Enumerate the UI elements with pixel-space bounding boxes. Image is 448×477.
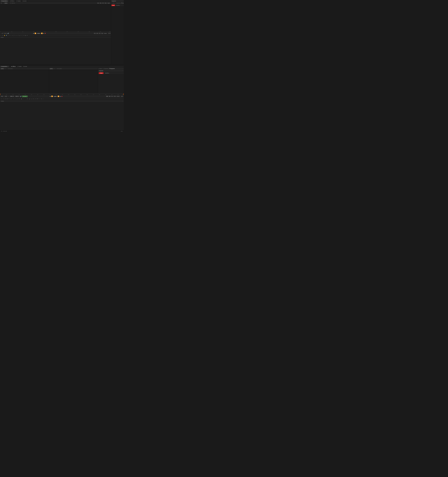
prev-frame-btn[interactable]: ⏮ bbox=[33, 33, 34, 34]
stop-btn[interactable]: ■ bbox=[38, 33, 38, 34]
next-btn[interactable]: ▸ bbox=[40, 33, 41, 34]
bottom-forward-btn[interactable]: ⏩ bbox=[58, 95, 59, 97]
console-top-tab[interactable]: Console bbox=[22, 0, 27, 2]
viewer-tool-5[interactable]: ··· bbox=[15, 2, 16, 4]
node-tool-paint[interactable]: 🖌 bbox=[19, 35, 21, 36]
forward-btn[interactable]: ⏩ bbox=[41, 33, 43, 34]
bl-tool-2[interactable]: ↔ bbox=[6, 68, 7, 69]
bt-grid[interactable]: ⊞ bbox=[6, 98, 8, 100]
bottom-frame-start[interactable]: 0.0 bbox=[1, 96, 4, 97]
bottom-some-btn[interactable]: Some bbox=[116, 96, 120, 97]
viewer-zoom-in-btn[interactable]: + bbox=[2, 2, 4, 4]
bt-fit[interactable]: ⊡ bbox=[5, 98, 6, 100]
bl-tool-1[interactable]: ⊡ bbox=[5, 68, 6, 69]
bt-clone[interactable]: ⊕ bbox=[32, 98, 34, 100]
bt-paint[interactable]: 🖌 bbox=[29, 98, 30, 100]
top-hq-badge[interactable]: HQ bbox=[94, 33, 96, 34]
bt-text[interactable]: T bbox=[8, 98, 10, 100]
oxy-btn[interactable]: Oxy bbox=[105, 2, 107, 4]
keyframes-nav-btn[interactable]: ◇ Keyframes bbox=[103, 68, 108, 69]
spline-tab[interactable]: ∿ Spline bbox=[111, 3, 115, 4]
bottom-arrow-right[interactable]: ▸ bbox=[9, 96, 9, 97]
keyframes-tab[interactable]: ◇ Keyframes bbox=[115, 3, 121, 4]
modifiers-sub-tab[interactable]: Modifiers bbox=[115, 5, 121, 6]
bt-extra[interactable]: ⋯ bbox=[43, 98, 44, 100]
node-tool-mask[interactable]: ◉ bbox=[25, 35, 26, 36]
effects-top-tab[interactable]: ★ Effects bbox=[9, 0, 15, 2]
node-tool-rotate[interactable]: ↻ bbox=[9, 35, 10, 36]
node-tool-shear[interactable]: ⊿ bbox=[12, 35, 13, 36]
bt-transform[interactable]: ✥ bbox=[37, 98, 39, 100]
node-tool-move[interactable]: ✥ bbox=[2, 35, 3, 36]
bt-undo[interactable]: ↩ bbox=[1, 98, 2, 100]
viewer-fit-btn[interactable]: ⊡ bbox=[0, 2, 2, 4]
bt-arrow[interactable]: → bbox=[24, 98, 26, 100]
bl-more-btn[interactable]: ··· bbox=[13, 68, 14, 69]
bt-bezier[interactable]: ⊿ bbox=[16, 98, 18, 100]
tools-sub-tab[interactable]: Tools bbox=[111, 5, 115, 6]
bottom-prx-btn[interactable]: Prx bbox=[111, 96, 113, 97]
composition-tab[interactable]: Composition1 bbox=[0, 0, 9, 2]
frame-end[interactable]: 1000.0 bbox=[4, 33, 7, 34]
next-frame-btn[interactable]: ⏭ bbox=[43, 33, 44, 34]
bottom-comp-tab[interactable]: Composition1 × bbox=[0, 66, 9, 67]
bt-move[interactable]: ↔ bbox=[39, 98, 41, 100]
bt-pen[interactable]: ✏ bbox=[11, 98, 12, 100]
bt-star[interactable]: ✦ bbox=[19, 98, 20, 100]
bt-eraser[interactable]: ◻ bbox=[31, 98, 32, 100]
bottom-speaker-icon[interactable]: 🔊 bbox=[20, 96, 22, 97]
bottom-record-btn[interactable]: ⏺ bbox=[61, 96, 63, 97]
node-tool-poly[interactable]: ◇ bbox=[14, 35, 16, 36]
bottom-console-tab[interactable]: Console bbox=[23, 66, 28, 67]
render-button[interactable]: Render bbox=[22, 95, 28, 97]
node-tool-track[interactable]: ⊕ bbox=[27, 35, 28, 36]
top-prx-badge[interactable]: Prx bbox=[99, 33, 101, 34]
node-tool-crop[interactable]: ⊡ bbox=[23, 35, 25, 36]
top-mb-badge[interactable]: MB bbox=[96, 33, 98, 34]
node-tool-scale[interactable]: ⤡ bbox=[10, 35, 12, 36]
viewer-zoom-pct[interactable]: 100% bbox=[4, 2, 8, 4]
bt-poly[interactable]: ◇ bbox=[14, 98, 16, 100]
bottom-right-zoom[interactable]: 100% bbox=[49, 68, 53, 69]
bottom-left-zoom[interactable]: 100% bbox=[0, 68, 4, 69]
br-tool-4[interactable]: ◧ bbox=[58, 68, 60, 69]
bottom-stop-btn[interactable]: ■ bbox=[54, 96, 55, 97]
bottom-mb-btn[interactable]: MB bbox=[109, 96, 111, 97]
play-btn[interactable]: ▶ bbox=[39, 33, 40, 34]
bl-tool-3[interactable]: ⊞ bbox=[8, 68, 9, 69]
rewind-btn[interactable]: ⏪ bbox=[35, 33, 36, 34]
viewer-tool-3[interactable]: ◧ bbox=[12, 2, 13, 4]
bottom-play-btn[interactable]: ▶ bbox=[55, 95, 56, 97]
frame-start[interactable]: 0.0 bbox=[2, 33, 3, 34]
tools-tab-btn[interactable]: Tools bbox=[99, 72, 104, 74]
br-more-btn[interactable]: ··· bbox=[62, 68, 63, 69]
bt-spline[interactable]: ∿ bbox=[12, 98, 14, 100]
bottom-frame-start2[interactable]: 0.0 bbox=[5, 96, 7, 97]
btn-nav-prev[interactable]: ◂ bbox=[0, 33, 1, 34]
bottom-hiq-btn[interactable]: HiQ bbox=[106, 96, 108, 97]
mb-btn[interactable]: MB bbox=[99, 2, 102, 4]
inspector-more-btn[interactable]: ··· bbox=[122, 68, 123, 69]
br-tool-2[interactable]: ↔ bbox=[55, 68, 57, 69]
prev-btn[interactable]: ◂ bbox=[36, 33, 37, 34]
node-tool-select[interactable]: ↖ bbox=[0, 35, 2, 36]
node-tool-text[interactable]: T bbox=[21, 35, 22, 36]
viewer-tool-4[interactable]: ▣ bbox=[13, 2, 15, 4]
bottom-effects-tab[interactable]: ★ Effects bbox=[10, 66, 16, 67]
bl-tool-5[interactable]: ▣ bbox=[11, 68, 13, 69]
inspector-tab-top[interactable]: ☰ Inspector bbox=[121, 3, 124, 4]
node-tool-bezier[interactable]: ∿ bbox=[16, 35, 17, 36]
bt-rotate[interactable]: ↻ bbox=[41, 98, 42, 100]
bl-tool-4[interactable]: ◧ bbox=[9, 68, 11, 69]
br-tool-3[interactable]: ⊞ bbox=[57, 68, 58, 69]
node-tool-pen[interactable]: ✏ bbox=[18, 35, 19, 36]
viewer-tool-1[interactable]: ↔ bbox=[9, 2, 10, 4]
bottom-nodes-tab[interactable]: ⬡ Nodes bbox=[17, 66, 22, 67]
bottom-nodes-more[interactable]: ··· bbox=[122, 101, 123, 102]
bottom-arrow-left[interactable]: ◂ bbox=[8, 96, 8, 97]
bottom-prev-frame-btn[interactable]: ⏮ bbox=[50, 96, 51, 97]
bottom-comp-close[interactable]: × bbox=[8, 66, 8, 67]
hq-btn[interactable]: HQ bbox=[97, 2, 99, 4]
inspector-nav-btn[interactable]: ☰ Inspector bbox=[110, 68, 115, 69]
bottom-rewind-btn[interactable]: ⏪ bbox=[51, 95, 53, 97]
